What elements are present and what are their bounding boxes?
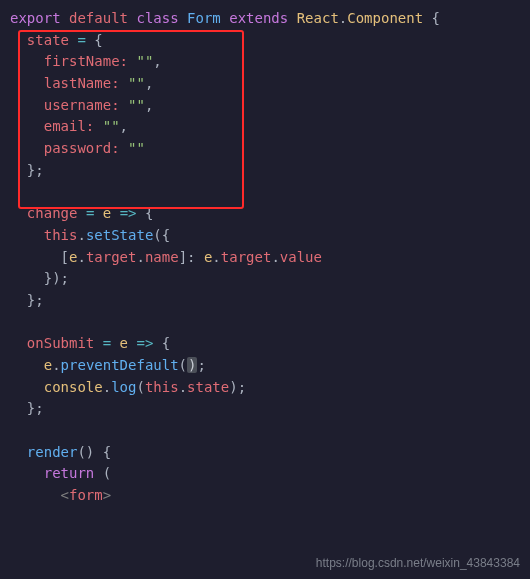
console-obj: console [44, 379, 103, 395]
kw-class: class [136, 10, 178, 26]
classname: Form [187, 10, 221, 26]
field-email: email: [44, 118, 95, 134]
kw-export: export [10, 10, 61, 26]
state-open: state [27, 32, 69, 48]
empty-string: "" [128, 75, 145, 91]
state-close: }; [27, 162, 44, 178]
watermark: https://blog.csdn.net/weixin_43843384 [316, 554, 520, 573]
setstate-call: setState [86, 227, 153, 243]
empty-string: "" [128, 97, 145, 113]
kw-extends: extends [229, 10, 288, 26]
empty-string: "" [136, 53, 153, 69]
render-fn: render [27, 444, 78, 460]
brace-open: { [432, 10, 440, 26]
dot: . [339, 10, 347, 26]
code-block: export default class Form extends React.… [0, 0, 530, 515]
component: Component [347, 10, 423, 26]
preventdefault-call: preventDefault [61, 357, 179, 373]
form-tag: form [69, 487, 103, 503]
field-firstname: firstName: [44, 53, 128, 69]
empty-string: "" [103, 118, 120, 134]
cursor: ) [187, 357, 197, 373]
react-ns: React [297, 10, 339, 26]
kw-default: default [69, 10, 128, 26]
log-call: log [111, 379, 136, 395]
onsubmit-fn: onSubmit [27, 335, 94, 351]
this-kw: this [44, 227, 78, 243]
field-username: username: [44, 97, 120, 113]
field-lastname: lastName: [44, 75, 120, 91]
empty-string: "" [128, 140, 145, 156]
kw-return: return [44, 465, 95, 481]
field-password: password: [44, 140, 120, 156]
change-fn: change [27, 205, 78, 221]
